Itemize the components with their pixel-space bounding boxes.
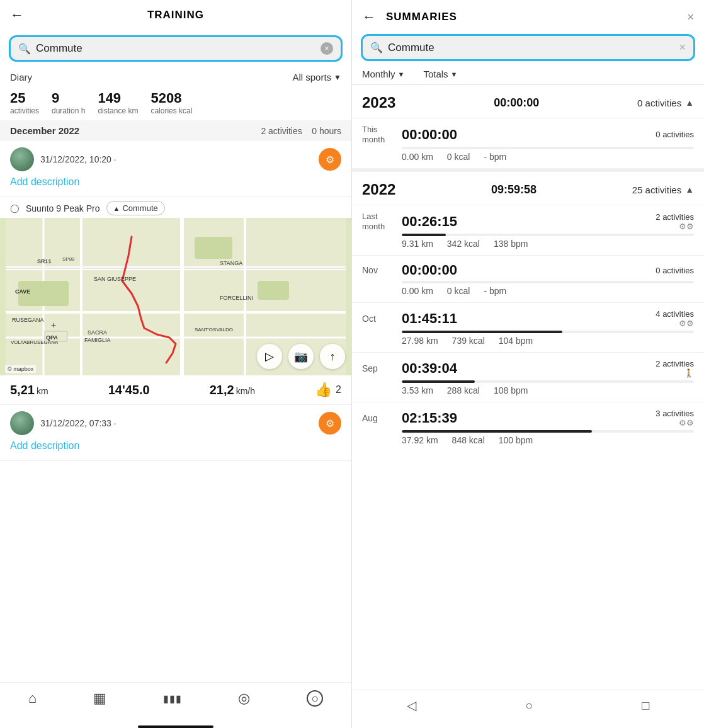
right-search-clear[interactable]: × xyxy=(679,41,686,54)
add-description-1[interactable]: Add description xyxy=(10,174,341,193)
activity-2-top-row: 31/12/2022, 07:33 · ⚙ xyxy=(10,411,341,435)
month-aug-top: Aug 02:15:39 3 activities ⚙⚙ xyxy=(362,409,694,428)
month-this-bpm: - bpm xyxy=(484,152,506,162)
month-this-duration: 00:00:00 xyxy=(402,127,656,143)
all-sports-label: All sports xyxy=(292,72,331,82)
avatar-1 xyxy=(10,147,34,171)
device-icon-1: ◯ xyxy=(10,203,20,213)
month-aug-acts: 3 activities xyxy=(656,409,694,418)
year-2022-label: 2022 xyxy=(362,181,395,198)
right-nav-home[interactable]: ○ xyxy=(525,698,533,713)
like-count: 2 xyxy=(336,384,341,395)
month-aug: Aug 02:15:39 3 activities ⚙⚙ 37.92 km 84… xyxy=(352,402,704,452)
month-aug-icon: ⚙⚙ xyxy=(679,418,694,428)
camera-button[interactable]: 📷 xyxy=(288,344,314,369)
month-nov-acts: 0 activities xyxy=(656,266,694,275)
stat-duration: 9 duration h xyxy=(52,90,85,115)
month-nov-duration: 00:00:00 xyxy=(402,262,656,278)
like-icon[interactable]: 👍 xyxy=(315,382,332,398)
activity-map-1[interactable]: SR11 SP89 CAVE SAN GIUSEPPE STANGA RUSEG… xyxy=(0,218,351,375)
right-back-button[interactable]: ← xyxy=(362,9,376,25)
like-area[interactable]: 👍 2 xyxy=(315,382,341,398)
home-indicator-left xyxy=(138,725,213,728)
year-2023-expand[interactable]: ▲ xyxy=(685,98,694,108)
month-sep-sub: 3.53 km 288 kcal 108 bpm xyxy=(362,385,694,395)
nav-stats[interactable]: ▮▮▮ xyxy=(163,693,182,705)
month-name: December 2022 xyxy=(10,125,79,136)
stat-distance-label: distance km xyxy=(98,106,138,115)
nav-calendar[interactable]: ▦ xyxy=(93,690,106,707)
month-last-kcal: 342 kcal xyxy=(447,239,480,249)
stat-duration-value: 9 xyxy=(52,90,85,106)
svg-text:CAVE: CAVE xyxy=(15,288,30,295)
month-last-bpm: 138 bpm xyxy=(494,239,528,249)
monthly-filter[interactable]: Monthly ▼ xyxy=(362,69,404,79)
month-sep-acts: 2 activities xyxy=(656,359,694,368)
month-nov-bpm: - bpm xyxy=(484,286,506,296)
month-sep-top: Sep 00:39:04 2 activities 🚶 xyxy=(362,359,694,378)
left-search-clear[interactable]: × xyxy=(321,42,333,55)
month-nov-name: Nov xyxy=(362,265,397,275)
year-2022-expand[interactable]: ▲ xyxy=(685,185,694,195)
activity-duration-stat: 14'45.0 xyxy=(108,383,150,397)
play-button[interactable]: ▷ xyxy=(257,344,282,369)
right-nav-back[interactable]: ◁ xyxy=(407,698,416,713)
month-oct-icon: ⚙⚙ xyxy=(679,319,694,328)
left-back-button[interactable]: ← xyxy=(10,7,24,23)
stats-icon: ▮▮▮ xyxy=(163,693,182,705)
right-bottom-nav: ◁ ○ □ xyxy=(352,690,704,728)
add-description-2[interactable]: Add description xyxy=(10,438,341,457)
month-sep: Sep 00:39:04 2 activities 🚶 3.53 km 288 … xyxy=(352,352,704,402)
svg-text:STANGA: STANGA xyxy=(220,260,242,266)
sport-tag-label: Commute xyxy=(122,203,157,213)
totals-filter[interactable]: Totals ▼ xyxy=(423,69,457,79)
sport-tag-1[interactable]: ▲ Commute xyxy=(106,201,165,215)
nav-location[interactable]: ◎ xyxy=(238,690,250,707)
share-button[interactable]: ↑ xyxy=(320,344,345,369)
location-icon: ◎ xyxy=(238,690,250,707)
month-this-dist: 0.00 km xyxy=(402,152,433,162)
month-aug-duration: 02:15:39 xyxy=(402,410,656,426)
svg-text:SR11: SR11 xyxy=(37,258,52,264)
stat-calories-value: 5208 xyxy=(150,90,192,106)
month-oct-kcal: 739 kcal xyxy=(452,336,485,346)
month-last-acts: 2 activities xyxy=(656,212,694,222)
svg-text:RUSEGANA: RUSEGANA xyxy=(12,317,44,323)
svg-text:SANT'OSVALDO: SANT'OSVALDO xyxy=(195,327,233,333)
stat-activities: 25 activities xyxy=(10,90,39,115)
all-sports-filter[interactable]: All sports ▼ xyxy=(292,72,341,82)
activity-1-badge: ⚙ xyxy=(319,148,341,171)
svg-text:SACRA: SACRA xyxy=(88,329,107,336)
left-search-bar[interactable]: 🔍 Commute × xyxy=(9,35,343,62)
right-nav-recent[interactable]: □ xyxy=(642,698,649,713)
svg-rect-11 xyxy=(258,281,289,300)
month-aug-name: Aug xyxy=(362,413,397,423)
summaries-filter-row: Monthly ▼ Totals ▼ xyxy=(352,66,704,85)
left-filter-row: Diary All sports ▼ xyxy=(0,67,351,85)
search-icon: 🔍 xyxy=(18,43,31,55)
calendar-icon: ▦ xyxy=(93,690,106,707)
nav-profile[interactable]: ○ xyxy=(307,690,323,707)
month-nov-top: Nov 00:00:00 0 activities xyxy=(362,262,694,278)
month-oct-duration: 01:45:11 xyxy=(402,310,656,327)
nav-home[interactable]: ⌂ xyxy=(28,690,37,707)
right-scroll: 2023 00:00:00 0 activities ▲ This month … xyxy=(352,85,704,690)
stat-activities-value: 25 xyxy=(10,90,39,106)
left-title: TRAINING xyxy=(147,9,204,21)
year-2023-label: 2023 xyxy=(362,94,395,111)
stats-row: 25 activities 9 duration h 149 distance … xyxy=(0,85,351,120)
month-sep-kcal: 288 kcal xyxy=(447,385,480,395)
month-nov-sub: 0.00 km 0 kcal - bpm xyxy=(362,286,694,296)
right-search-bar[interactable]: 🔍 Commute × xyxy=(361,34,695,61)
activity-1-top-row: 31/12/2022, 10:20 · ⚙ xyxy=(10,147,341,171)
activity-card-1: 31/12/2022, 10:20 · ⚙ Add description xyxy=(0,141,351,197)
profile-icon: ○ xyxy=(307,690,323,707)
right-search-icon: 🔍 xyxy=(370,42,383,54)
year-2022-duration: 09:59:58 xyxy=(491,183,537,196)
avatar-2 xyxy=(10,411,34,435)
month-oct-progress xyxy=(402,331,694,333)
month-aug-progress xyxy=(402,430,694,433)
year-2023-header: 2023 00:00:00 0 activities ▲ xyxy=(352,85,704,118)
month-this-progress xyxy=(402,147,694,149)
right-close-button[interactable]: × xyxy=(687,11,694,24)
